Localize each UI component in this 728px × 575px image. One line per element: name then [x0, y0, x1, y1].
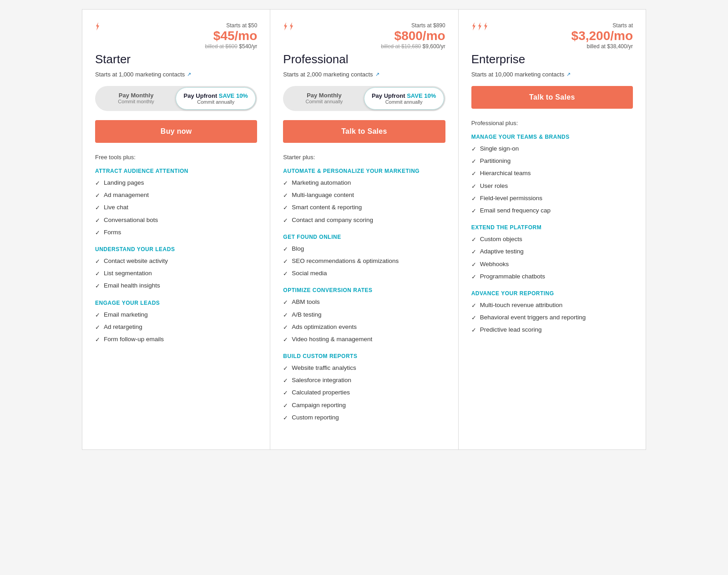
- check-icon: ✓: [283, 179, 288, 187]
- feature-text: Hierarchical teams: [480, 169, 531, 178]
- plan-card-enterprise: Starts at$3,200/mobilled at $38,400/yrEn…: [458, 9, 646, 450]
- toggle-monthly[interactable]: Pay Monthly Commit monthly: [96, 87, 176, 110]
- check-icon: ✓: [471, 157, 476, 166]
- feature-section: BUILD CUSTOM REPORTS✓Website traffic ana…: [283, 353, 445, 422]
- check-icon: ✓: [95, 270, 100, 278]
- cta-button-starter[interactable]: Buy now: [95, 120, 257, 143]
- plan-header: Starts at $50$45/mobilled at $600 $540/y…: [95, 22, 257, 50]
- feature-section-title: AUTOMATE & PERSONALIZE YOUR MARKETING: [283, 168, 445, 174]
- feature-text: Blog: [292, 245, 304, 253]
- plan-price: $800/mo: [381, 29, 445, 43]
- plan-header: Starts at$3,200/mobilled at $38,400/yr: [471, 22, 633, 50]
- check-icon: ✓: [471, 326, 476, 334]
- feature-list: ✓Single sign-on✓Partitioning✓Hierarchica…: [471, 145, 633, 215]
- feature-text: Salesforce integration: [292, 376, 351, 385]
- check-icon: ✓: [283, 323, 288, 332]
- toggle-monthly[interactable]: Pay Monthly Commit annually: [284, 87, 364, 110]
- check-icon: ✓: [95, 192, 100, 200]
- external-link-icon[interactable]: ↗: [187, 71, 191, 77]
- plan-name: Starter: [95, 52, 257, 66]
- base-label: Starter plus:: [283, 154, 445, 161]
- check-icon: ✓: [283, 389, 288, 397]
- feature-list: ✓Contact website activity✓List segmentat…: [95, 257, 257, 291]
- list-item: ✓Live chat: [95, 203, 257, 212]
- payment-toggle[interactable]: Pay Monthly Commit monthly Pay Upfront S…: [95, 86, 257, 111]
- list-item: ✓Ad management: [95, 191, 257, 200]
- feature-section: ATTRACT AUDIENCE ATTENTION✓Landing pages…: [95, 168, 257, 237]
- feature-text: Landing pages: [104, 179, 144, 187]
- cta-button-professional[interactable]: Talk to Sales: [283, 120, 445, 143]
- feature-section: EXTEND THE PLATFORM✓Custom objects✓Adapt…: [471, 224, 633, 281]
- check-icon: ✓: [283, 377, 288, 385]
- list-item: ✓Campaign reporting: [283, 401, 445, 410]
- feature-section-title: ATTRACT AUDIENCE ATTENTION: [95, 168, 257, 174]
- list-item: ✓Custom reporting: [283, 414, 445, 422]
- feature-section: GET FOUND ONLINE✓Blog✓SEO recommendation…: [283, 234, 445, 278]
- feature-section-title: ENGAGE YOUR LEADS: [95, 300, 257, 306]
- list-item: ✓Email marketing: [95, 311, 257, 319]
- feature-text: Custom reporting: [292, 414, 339, 422]
- list-item: ✓Calculated properties: [283, 388, 445, 397]
- list-item: ✓User roles: [471, 182, 633, 191]
- check-icon: ✓: [471, 248, 476, 256]
- list-item: ✓Contact and company scoring: [283, 216, 445, 225]
- feature-text: Video hosting & management: [292, 335, 372, 344]
- toggle-upfront[interactable]: Pay Upfront SAVE 10% Commit annually: [364, 87, 444, 110]
- plan-price: $3,200/mo: [571, 29, 633, 43]
- feature-text: Form follow-up emails: [104, 335, 164, 344]
- starts-at-label: Starts at: [571, 22, 633, 29]
- marketing-contacts: Starts at 10,000 marketing contacts ↗: [471, 71, 633, 78]
- payment-toggle[interactable]: Pay Monthly Commit annually Pay Upfront …: [283, 86, 445, 111]
- feature-text: Behavioral event triggers and reporting: [480, 313, 586, 322]
- feature-text: Multi-language content: [292, 191, 354, 200]
- check-icon: ✓: [471, 236, 476, 244]
- toggle-upfront[interactable]: Pay Upfront SAVE 10% Commit annually: [176, 87, 256, 110]
- list-item: ✓Partitioning: [471, 157, 633, 166]
- starts-at-label: Starts at $890: [381, 22, 445, 29]
- check-icon: ✓: [283, 257, 288, 266]
- feature-text: Field-level permissions: [480, 194, 542, 203]
- external-link-icon[interactable]: ↗: [375, 71, 379, 77]
- check-icon: ✓: [471, 261, 476, 269]
- feature-text: Partitioning: [480, 157, 511, 166]
- plan-logo: [283, 22, 293, 30]
- list-item: ✓SEO recommendations & optimizations: [283, 257, 445, 266]
- list-item: ✓Conversational bots: [95, 216, 257, 225]
- plan-name: Professional: [283, 52, 445, 66]
- plan-pricing: Starts at $50$45/mobilled at $600 $540/y…: [205, 22, 258, 50]
- plan-price: $45/mo: [205, 29, 258, 43]
- feature-text: Adaptive testing: [480, 247, 524, 256]
- check-icon: ✓: [283, 217, 288, 225]
- feature-text: List segmentation: [104, 269, 152, 278]
- list-item: ✓Salesforce integration: [283, 376, 445, 385]
- cta-button-enterprise[interactable]: Talk to Sales: [471, 86, 633, 109]
- feature-text: Ads optimization events: [292, 323, 357, 332]
- list-item: ✓Field-level permissions: [471, 194, 633, 203]
- feature-section-title: MANAGE YOUR TEAMS & BRANDS: [471, 134, 633, 140]
- feature-section-title: GET FOUND ONLINE: [283, 234, 445, 240]
- external-link-icon[interactable]: ↗: [566, 71, 571, 77]
- list-item: ✓Smart content & reporting: [283, 203, 445, 212]
- feature-list: ✓Email marketing✓Ad retargeting✓Form fol…: [95, 311, 257, 344]
- feature-text: Marketing automation: [292, 179, 351, 187]
- feature-list: ✓Multi-touch revenue attribution✓Behavio…: [471, 301, 633, 335]
- feature-text: Programmable chatbots: [480, 272, 545, 281]
- check-icon: ✓: [471, 207, 476, 215]
- plan-header: Starts at $890$800/mobilled at $10,680 $…: [283, 22, 445, 50]
- feature-text: Custom objects: [480, 235, 522, 244]
- list-item: ✓Adaptive testing: [471, 247, 633, 256]
- feature-section-title: OPTIMIZE CONVERSION RATES: [283, 287, 445, 293]
- check-icon: ✓: [95, 282, 100, 290]
- feature-text: Ad management: [104, 191, 149, 200]
- feature-text: Ad retargeting: [104, 323, 142, 332]
- feature-text: Calculated properties: [292, 388, 350, 397]
- feature-section-title: EXTEND THE PLATFORM: [471, 224, 633, 231]
- check-icon: ✓: [283, 336, 288, 344]
- feature-section: ENGAGE YOUR LEADS✓Email marketing✓Ad ret…: [95, 300, 257, 344]
- marketing-contacts: Starts at 2,000 marketing contacts ↗: [283, 71, 445, 78]
- plan-billed: billed at $38,400/yr: [571, 43, 633, 50]
- feature-text: Conversational bots: [104, 216, 158, 225]
- list-item: ✓Website traffic analytics: [283, 364, 445, 373]
- list-item: ✓Landing pages: [95, 179, 257, 187]
- list-item: ✓Contact website activity: [95, 257, 257, 266]
